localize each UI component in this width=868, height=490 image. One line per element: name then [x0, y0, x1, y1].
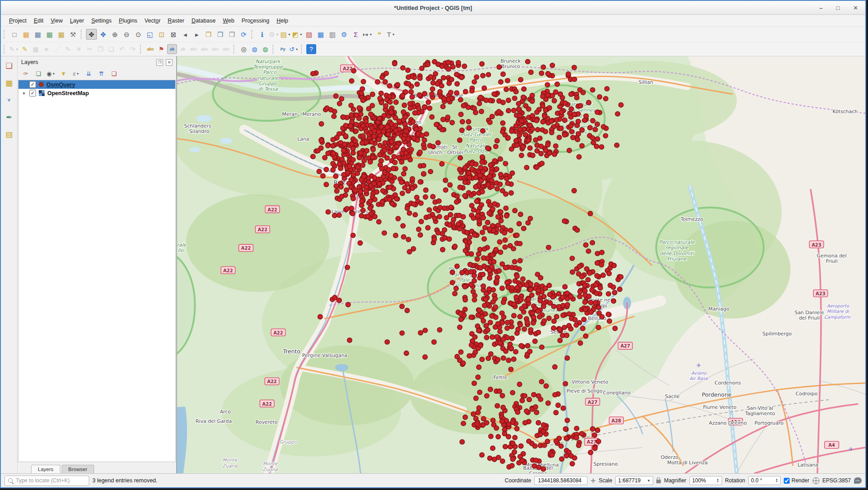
layer-visibility-checkbox[interactable]: ✓ — [29, 81, 36, 88]
zoom-full-button[interactable]: ◱ — [145, 29, 155, 40]
open-attribute-table-button[interactable]: ▦ — [315, 29, 326, 40]
show-bookmark-manager-button[interactable]: ❒ — [227, 29, 237, 40]
layer-labeling-button[interactable]: abc — [145, 44, 155, 54]
map-canvas[interactable]: A22A22A22A22A22A22A22A22A27A27A27A23A23A… — [177, 56, 865, 473]
chevron-down-icon[interactable]: ▼ — [392, 33, 395, 36]
add-group-button[interactable]: ❏ — [34, 69, 43, 78]
collapse-all-button[interactable]: ⇈ — [97, 69, 106, 78]
manage-map-themes-button[interactable]: ◉▼ — [46, 69, 55, 78]
add-raster-layer-button[interactable]: ▦ — [3, 77, 15, 89]
chevron-down-icon[interactable]: ▼ — [52, 72, 55, 75]
layer-item-osmquery[interactable]: ✓OsmQuery — [18, 80, 175, 89]
menu-help[interactable]: Help — [273, 16, 292, 25]
metasearch-button[interactable]: ◍ — [250, 44, 259, 54]
new-spatial-bookmark-button[interactable]: ❒ — [203, 29, 214, 40]
toggle-editing-button[interactable]: ✎ — [20, 44, 30, 54]
menu-database[interactable]: Database — [188, 16, 219, 25]
add-mesh-layer-button[interactable]: ▤ — [3, 128, 15, 140]
zoom-last-button[interactable]: ◂ — [180, 29, 191, 40]
locate-input[interactable] — [15, 477, 86, 484]
open-layer-styling-button[interactable]: ✑ — [21, 69, 30, 78]
tab-browser[interactable]: Browser — [62, 465, 94, 473]
menu-raster[interactable]: Raster — [164, 16, 188, 25]
menu-web[interactable]: Web — [219, 16, 238, 25]
menu-view[interactable]: View — [47, 16, 66, 25]
open-project-button[interactable]: ▦ — [21, 29, 32, 40]
save-project-button[interactable]: ▦ — [32, 29, 43, 40]
chevron-down-icon[interactable]: ▼ — [276, 33, 279, 36]
magnifier-spinbox[interactable]: 100% ▲▼ — [690, 476, 722, 485]
chevron-down-icon[interactable]: ▼ — [295, 48, 298, 51]
zoom-to-layer-button[interactable]: ⊠ — [168, 29, 179, 40]
add-vector-layer-button[interactable]: V — [3, 94, 15, 106]
filter-by-expression-button[interactable]: ε▼ — [72, 69, 81, 78]
python-console-button[interactable]: Py — [278, 44, 288, 54]
web-services-button[interactable]: ◍ — [260, 44, 270, 54]
spin-arrows-icon[interactable]: ▲▼ — [775, 478, 778, 483]
identify-features-button[interactable]: ℹ — [257, 29, 268, 40]
chevron-down-icon[interactable]: ▼ — [288, 33, 291, 36]
close-button[interactable]: ✕ — [853, 5, 858, 11]
rotation-spinbox[interactable]: 0.0 ° ▲▼ — [748, 476, 781, 485]
extent-toggle-icon[interactable]: ✛ — [591, 477, 595, 484]
zoom-to-selection-button[interactable]: ⊡ — [156, 29, 167, 40]
pan-map-button[interactable]: ✥ — [86, 29, 97, 40]
save-project-as-button[interactable]: ▦ — [44, 29, 55, 40]
zoom-next-button[interactable]: ▸ — [191, 29, 202, 40]
menu-processing[interactable]: Processing — [238, 16, 273, 25]
remove-layer-button[interactable]: ❏ — [109, 69, 118, 78]
text-annotation-button[interactable]: T▼ — [386, 29, 396, 40]
menu-plugins[interactable]: Plugins — [115, 16, 141, 25]
refresh-map-button[interactable]: ⟳ — [238, 29, 249, 40]
menu-settings[interactable]: Settings — [88, 16, 115, 25]
coordinate-input[interactable] — [537, 477, 587, 484]
chevron-down-icon[interactable]: ▼ — [300, 33, 303, 36]
render-checkbox[interactable] — [784, 478, 790, 484]
expander-icon[interactable]: ▾ — [21, 91, 27, 96]
select-by-expression-button[interactable]: ◩▼ — [292, 29, 303, 40]
chevron-down-icon[interactable]: ▼ — [76, 72, 79, 75]
map-tips-button[interactable]: ❝ — [374, 29, 385, 40]
epsg-button[interactable]: EPSG:3857 — [823, 477, 851, 484]
add-annotation-layer-button[interactable]: ✒ — [3, 111, 15, 123]
minimize-button[interactable]: – — [819, 5, 823, 11]
zoom-native-button[interactable]: ⊙ — [133, 29, 144, 40]
zoom-out-button[interactable]: ⊖ — [121, 29, 132, 40]
new-project-button[interactable]: □ — [9, 29, 20, 40]
osm-place-search-button[interactable]: ◎ — [239, 44, 249, 54]
tab-layers[interactable]: Layers — [31, 465, 60, 473]
chevron-down-icon[interactable]: ▼ — [369, 33, 373, 36]
layer-visibility-checkbox[interactable]: ✓ — [29, 90, 36, 96]
save-as-template-button[interactable]: ▦ — [56, 29, 67, 40]
statistical-summary-button[interactable]: Σ — [350, 29, 361, 40]
show-spatial-bookmarks-button[interactable]: ❒ — [215, 29, 226, 40]
scale-combobox[interactable]: 1:687719 ▼ — [615, 476, 653, 485]
menu-project[interactable]: Project — [5, 16, 30, 25]
layer-item-openstreetmap[interactable]: ▾✓OpenStreetMap — [18, 89, 175, 97]
menu-edit[interactable]: Edit — [30, 16, 47, 25]
locate-bar[interactable] — [5, 476, 89, 486]
project-properties-button[interactable]: ⚒ — [68, 29, 78, 40]
deselect-features-button[interactable]: ▧ — [304, 29, 314, 40]
messages-icon[interactable] — [854, 477, 862, 484]
menu-vector[interactable]: Vector — [141, 16, 164, 25]
panel-close-icon[interactable]: ✕ — [166, 59, 173, 66]
processing-history-button[interactable]: ↺▼ — [289, 44, 299, 54]
zoom-in-button[interactable]: ⊕ — [109, 29, 120, 40]
lock-scale-icon[interactable] — [656, 480, 661, 483]
pan-to-selection-button[interactable]: ✥ — [98, 29, 109, 40]
menu-layer[interactable]: Layer — [66, 16, 87, 25]
layer-diagram-button[interactable]: ⚑ — [156, 44, 166, 54]
chevron-down-icon[interactable]: ▼ — [15, 48, 18, 51]
select-features-button[interactable]: ▧▼ — [280, 29, 291, 40]
processing-toolbox-button[interactable]: ⚙ — [339, 29, 350, 40]
field-calculator-button[interactable]: ▥ — [327, 29, 338, 40]
data-source-manager-button[interactable]: ❏ — [3, 60, 15, 72]
panel-float-icon[interactable]: ❐ — [156, 59, 163, 66]
expand-all-button[interactable]: ⇊ — [84, 69, 93, 78]
filter-legend-button[interactable]: ▼ — [59, 69, 68, 78]
measure-line-button[interactable]: ↦▼ — [362, 29, 373, 40]
maximize-button[interactable]: □ — [836, 5, 840, 11]
title-bar[interactable]: *Untitled Project - QGIS [tm] – □ ✕ — [1, 1, 865, 15]
help-button[interactable]: ? — [306, 44, 316, 54]
